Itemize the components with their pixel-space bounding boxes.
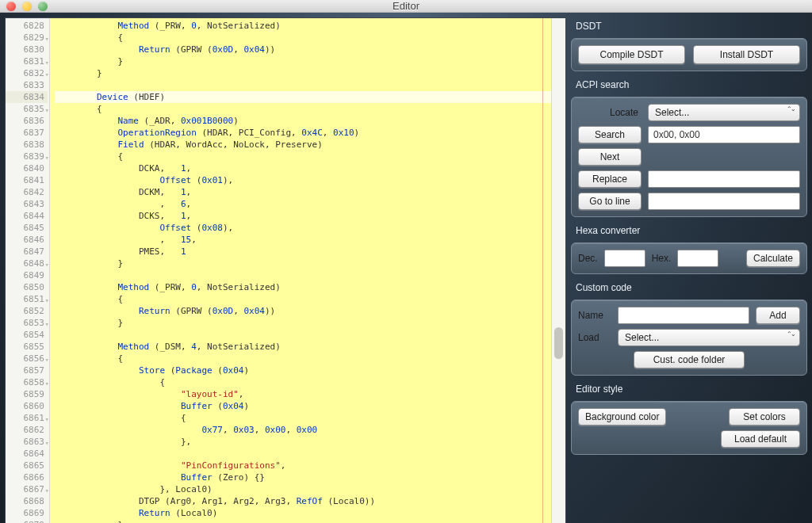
code-line[interactable]: { (55, 151, 561, 162)
set-colors-button[interactable]: Set colors (729, 408, 800, 426)
line-number: 6840 (6, 162, 48, 174)
code-line[interactable]: 0x77, 0x03, 0x00, 0x00 (55, 424, 561, 436)
code-line[interactable]: Field (HDAR, WordAcc, NoLock, Preserve) (55, 139, 561, 151)
close-icon[interactable] (6, 2, 16, 11)
load-default-button[interactable]: Load default (721, 430, 800, 448)
hex-input[interactable] (677, 250, 718, 267)
load-select[interactable]: Select... (618, 329, 800, 346)
code-line[interactable]: , 15, (55, 234, 561, 246)
line-number: 6836 (6, 115, 48, 127)
line-number: 6868 (6, 495, 48, 507)
code-line[interactable]: { (55, 412, 561, 424)
code-line[interactable]: Buffer (0x04) (55, 400, 561, 412)
maximize-icon[interactable] (38, 2, 48, 11)
code-line[interactable]: Offset (0x01), (55, 174, 561, 186)
code-line[interactable]: { (55, 376, 561, 388)
gotoline-button[interactable]: Go to line (578, 193, 642, 210)
code-line[interactable]: Device (HDEF) (55, 91, 561, 103)
code-editor[interactable]: 68286829▾68306831▾6832▾683368346835▾6836… (5, 17, 566, 523)
dec-input[interactable] (604, 250, 645, 267)
replace-input[interactable] (648, 170, 800, 188)
fold-icon[interactable]: ▾ (41, 33, 49, 41)
fold-icon[interactable]: ▾ (41, 152, 49, 160)
custom-name-input[interactable] (618, 307, 749, 324)
code-line[interactable]: } (55, 258, 561, 269)
compile-dsdt-button[interactable]: Compile DSDT (578, 45, 685, 64)
code-line[interactable] (55, 329, 561, 341)
name-label: Name (578, 310, 611, 321)
code-line[interactable]: Return (GPRW (0x0D, 0x04)) (55, 305, 561, 317)
code-line[interactable]: } (55, 55, 561, 67)
code-line[interactable]: DCKS, 1, (55, 210, 561, 222)
replace-button[interactable]: Replace (578, 170, 642, 188)
code-line[interactable]: Return (GPRW (0x0D, 0x04)) (55, 44, 561, 55)
install-dsdt-button[interactable]: Install DSDT (693, 45, 800, 64)
line-number: 6856▾ (6, 353, 48, 365)
code-line[interactable]: OperationRegion (HDAR, PCI_Config, 0x4C,… (55, 127, 561, 139)
line-number: 6849 (6, 269, 48, 281)
fold-icon[interactable]: ▾ (41, 414, 49, 422)
code-line[interactable]: "layout-id", (55, 388, 561, 400)
line-number: 6865 (6, 460, 48, 471)
fold-icon[interactable]: ▾ (41, 437, 49, 445)
code-line[interactable] (55, 79, 561, 91)
code-line[interactable] (55, 269, 561, 281)
fold-icon[interactable]: ▾ (41, 105, 49, 113)
code-line[interactable]: Buffer (Zero) {} (55, 471, 561, 483)
code-line[interactable]: Return (Local0) (55, 507, 561, 519)
code-line[interactable]: Offset (0x08), (55, 222, 561, 234)
code-area[interactable]: Method (_PRW, 0, NotSerialized) { Return… (50, 18, 565, 523)
code-line[interactable]: } (55, 317, 561, 329)
code-line[interactable]: DCKA, 1, (55, 162, 561, 174)
code-line[interactable]: } (55, 67, 561, 79)
code-line[interactable]: }, (55, 436, 561, 448)
code-line[interactable]: DTGP (Arg0, Arg1, Arg2, Arg3, RefOf (Loc… (55, 495, 561, 507)
code-line[interactable]: DCKM, 1, (55, 186, 561, 198)
line-number: 6839▾ (6, 151, 48, 162)
line-gutter: 68286829▾68306831▾6832▾683368346835▾6836… (6, 18, 50, 523)
bg-color-button[interactable]: Background color (578, 408, 666, 426)
code-line[interactable]: { (55, 293, 561, 305)
code-line[interactable]: }, Local0) (55, 483, 561, 495)
gotoline-input[interactable] (648, 193, 800, 210)
search-button[interactable]: Search (578, 126, 642, 143)
code-line[interactable]: { (55, 103, 561, 115)
code-folder-button[interactable]: Cust. code folder (634, 351, 745, 368)
code-line[interactable]: Method (_DSM, 4, NotSerialized) (55, 341, 561, 353)
calculate-button[interactable]: Calculate (746, 250, 800, 267)
code-line[interactable]: , 6, (55, 198, 561, 210)
fold-icon[interactable]: ▾ (41, 295, 49, 303)
titlebar: Editor (0, 0, 812, 13)
code-line[interactable]: PMES, 1 (55, 246, 561, 258)
fold-icon[interactable]: ▾ (41, 378, 49, 386)
minimize-icon[interactable] (22, 2, 32, 11)
code-line[interactable]: Method (_PRW, 0, NotSerialized) (55, 281, 561, 293)
fold-icon[interactable]: ▾ (41, 69, 49, 77)
fold-icon[interactable]: ▾ (41, 485, 49, 493)
fold-icon[interactable]: ▾ (41, 57, 49, 65)
code-line[interactable]: { (55, 353, 561, 365)
line-number: 6829▾ (6, 32, 48, 44)
code-line[interactable]: Store (Package (0x04) (55, 365, 561, 376)
add-button[interactable]: Add (756, 307, 800, 324)
code-line[interactable]: Name (_ADR, 0x001B0000) (55, 115, 561, 127)
line-number: 6867▾ (6, 483, 48, 495)
fold-icon[interactable]: ▾ (41, 354, 49, 362)
line-number: 6828 (6, 20, 48, 32)
locate-select[interactable]: Select... (648, 104, 800, 121)
fold-icon[interactable]: ▾ (41, 259, 49, 267)
code-line[interactable]: "PinConfigurations", (55, 460, 561, 471)
fold-icon[interactable]: ▾ (41, 319, 49, 326)
scroll-thumb[interactable] (554, 327, 563, 359)
next-button[interactable]: Next (578, 148, 642, 166)
code-line[interactable]: { (55, 32, 561, 44)
code-line[interactable] (55, 448, 561, 460)
line-number: 6855 (6, 341, 48, 353)
line-number: 6869 (6, 507, 48, 519)
code-line[interactable]: Method (_PRW, 0, NotSerialized) (55, 20, 561, 32)
line-number: 6832▾ (6, 67, 48, 79)
code-line[interactable]: } (55, 519, 561, 523)
search-input[interactable] (648, 126, 800, 143)
hexa-section-title: Hexa converter (571, 222, 807, 238)
vertical-scrollbar[interactable] (551, 18, 565, 523)
